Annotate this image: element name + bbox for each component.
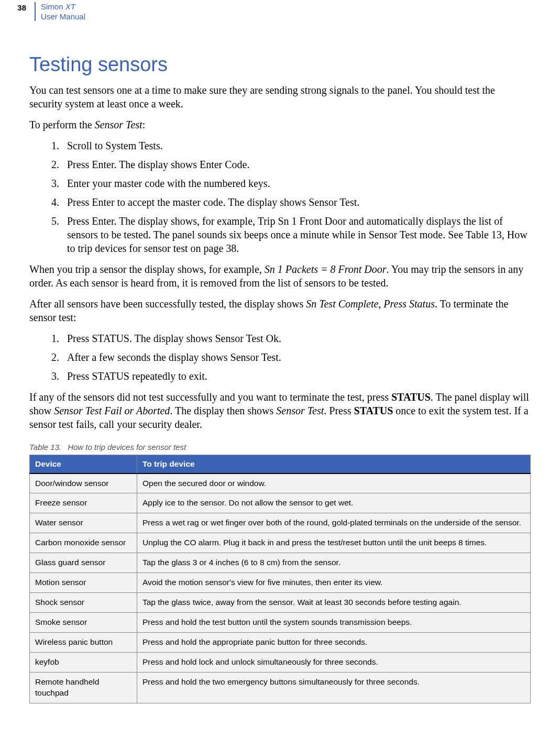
text: When you trip a sensor the display shows… (29, 263, 265, 275)
table-row: Water sensorPress a wet rag or wet finge… (30, 513, 531, 533)
text: mode. See (417, 229, 466, 240)
text: . The display shows (114, 159, 200, 170)
cell-action: Open the secured door or window. (137, 473, 531, 493)
text-bold: Enter (92, 159, 114, 170)
cell-device: Remote handheld touchpad (30, 672, 137, 703)
cell-device: Water sensor (30, 513, 137, 533)
device-trip-table: Device To trip device Door/window sensor… (29, 455, 531, 703)
steps-list-2: Press STATUS. The display shows Sensor T… (29, 332, 531, 383)
table-row: Remote handheld touchpadPress and hold t… (30, 672, 531, 703)
list-item: Press STATUS repeatedly to exit. (62, 369, 531, 383)
table-row: Motion sensorAvoid the motion sensor's v… (30, 573, 531, 593)
col-header-device: Device (30, 455, 137, 473)
text: If any of the sensors did not test succe… (29, 391, 391, 403)
cell-action: Apply ice to the sensor. Do not allow th… (137, 493, 531, 513)
text: on page 38. (188, 243, 239, 254)
text-bold: STATUS (92, 333, 129, 344)
cell-action: Tap the glass twice, away from the senso… (137, 593, 531, 613)
table-header-row: Device To trip device (30, 455, 531, 473)
cell-device: Freeze sensor (30, 493, 137, 513)
cell-action: Press and hold the two emergency buttons… (137, 672, 531, 703)
table-row: Freeze sensorApply ice to the sensor. Do… (30, 493, 531, 513)
text: . (279, 351, 281, 363)
text: . The display then shows (170, 405, 276, 416)
text-italic: Sensor Test (230, 351, 279, 363)
cell-device: Carbon monoxide sensor (30, 533, 137, 553)
text-italic: Trip Sn 1 Front Door (258, 215, 346, 227)
text-italic: Sensor Test (95, 119, 142, 130)
text: to accept the master code. The display s… (115, 196, 309, 208)
doc-title-line2: User Manual (41, 12, 85, 22)
page-header: 38 Simon XT User Manual (0, 0, 531, 22)
cell-device: Glass guard sensor (30, 553, 137, 573)
text: After all sensors have been successfully… (29, 298, 306, 310)
doc-title: Simon XT User Manual (41, 0, 85, 22)
text-italic: Sensor Test Fail or Aborted (54, 405, 170, 416)
text: . The display shows (129, 333, 215, 344)
text: : (142, 119, 146, 130)
header-divider (35, 2, 36, 21)
text: . (279, 333, 281, 344)
section-heading: Testing sensors (29, 53, 531, 76)
body-paragraph: When you trip a sensor the display shows… (29, 262, 531, 290)
table-title: How to trip devices for sensor test (68, 443, 186, 451)
text-bold: STATUS (92, 370, 129, 382)
page: 38 Simon XT User Manual Testing sensors … (0, 0, 560, 738)
cell-action: Unplug the CO alarm. Plug it back in and… (137, 533, 531, 553)
list-item: Press Enter to accept the master code. T… (62, 195, 531, 209)
cell-device: Shock sensor (30, 593, 137, 613)
cell-action: Press a wet rag or wet finger over both … (137, 513, 531, 533)
list-item: Scroll to System Tests. (62, 139, 531, 152)
list-item: Enter your master code with the numbered… (62, 177, 531, 190)
table-row: Door/window sensorOpen the secured door … (30, 473, 531, 493)
list-item: Press Enter. The display shows, for exam… (62, 214, 531, 255)
text-bold: STATUS (391, 391, 431, 403)
text-bold: STATUS (354, 405, 393, 416)
doc-title-line1: Simon XT (41, 2, 85, 12)
body-paragraph: After all sensors have been successfully… (29, 297, 531, 324)
text: Press (67, 159, 92, 170)
table-row: Carbon monoxide sensorUnplug the CO alar… (30, 533, 531, 553)
text: . Press (324, 405, 354, 416)
cell-device: Wireless panic button (30, 632, 137, 652)
list-item: After a few seconds the display shows Se… (62, 350, 531, 364)
cell-device: Door/window sensor (30, 473, 137, 493)
col-header-action: To trip device (137, 455, 531, 473)
cell-action: Tap the glass 3 or 4 inches (6 to 8 cm) … (137, 553, 531, 573)
table-number: Table 13. (29, 443, 61, 451)
text-italic: Table 13, (466, 229, 507, 240)
cell-action: Press and hold the test button until the… (137, 612, 531, 632)
text: After a few seconds the display shows (67, 351, 230, 363)
product-suffix: XT (65, 2, 75, 11)
text-italic: Sn 1 Packets = 8 Front Door (265, 263, 387, 275)
table-row: Wireless panic buttonPress and hold the … (30, 632, 531, 652)
text: Press (67, 333, 92, 344)
steps-list-1: Scroll to System Tests. Press Enter. The… (29, 139, 531, 255)
table-row: Glass guard sensorTap the glass 3 or 4 i… (30, 553, 531, 573)
cell-device: Smoke sensor (30, 612, 137, 632)
text: . (357, 196, 359, 208)
text: Enter your master code with the numbered… (67, 178, 270, 189)
product-name: Simon (41, 2, 65, 11)
page-number: 38 (0, 0, 29, 12)
cell-device: keyfob (30, 652, 137, 672)
closing-paragraph: If any of the sensors did not test succe… (29, 390, 531, 431)
text-italic: Sn Test Complete, Press Status (306, 298, 435, 310)
list-item: Press STATUS. The display shows Sensor T… (62, 332, 531, 345)
text: Scroll to (67, 140, 105, 151)
cell-device: Motion sensor (30, 573, 137, 593)
perform-label: To perform the Sensor Test: (29, 118, 531, 131)
table-row: keyfobPress and hold lock and unlock sim… (30, 652, 531, 672)
table-row: Shock sensorTap the glass twice, away fr… (30, 593, 531, 613)
cell-action: Press and hold the appropriate panic but… (137, 632, 531, 652)
text: Press (67, 370, 92, 382)
text-italic: Sensor Test (309, 196, 357, 208)
intro-paragraph: You can test sensors one at a time to ma… (29, 83, 531, 111)
text-italic: Sensor Test Ok (215, 333, 279, 344)
list-item: Press Enter. The display shows Enter Cod… (62, 158, 531, 171)
text-bold: Enter (92, 215, 114, 227)
table-row: Smoke sensorPress and hold the test butt… (30, 612, 531, 632)
text: repeatedly to exit. (129, 370, 207, 382)
text: . (247, 159, 250, 170)
text-italic: Sensor Test (369, 229, 417, 240)
